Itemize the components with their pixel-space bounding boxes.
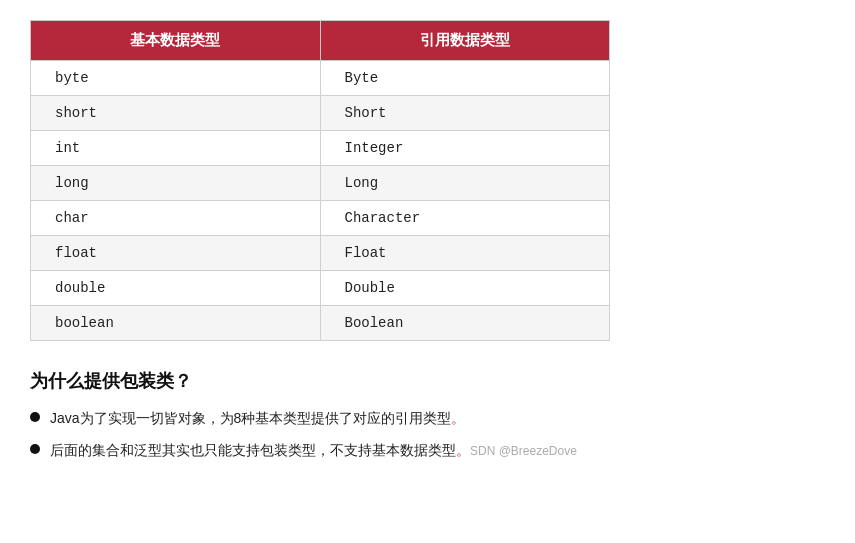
cell-basic-7: boolean [31,306,321,341]
highlight-2: 。 [456,442,470,458]
table-row: booleanBoolean [31,306,610,341]
bullet-text-1: Java为了实现一切皆对象，为8种基本类型提供了对应的引用类型。 [50,407,465,429]
cell-wrapper-4: Character [320,201,610,236]
table-row: shortShort [31,96,610,131]
table-row: byteByte [31,61,610,96]
table-row: charCharacter [31,201,610,236]
cell-basic-2: int [31,131,321,166]
cell-basic-4: char [31,201,321,236]
bullet-item-2: 后面的集合和泛型其实也只能支持包装类型，不支持基本数据类型。SDN @Breez… [30,439,825,461]
watermark: SDN @BreezeDove [470,444,577,458]
cell-wrapper-2: Integer [320,131,610,166]
cell-basic-0: byte [31,61,321,96]
col-header-wrapper: 引用数据类型 [320,21,610,61]
cell-wrapper-7: Boolean [320,306,610,341]
cell-basic-5: float [31,236,321,271]
bullet-list: Java为了实现一切皆对象，为8种基本类型提供了对应的引用类型。 后面的集合和泛… [30,407,825,462]
table-row: longLong [31,166,610,201]
bullet-dot-2 [30,444,40,454]
cell-wrapper-5: Float [320,236,610,271]
bullet-dot-1 [30,412,40,422]
data-type-table: 基本数据类型 引用数据类型 byteByteshortShortintInteg… [30,20,610,341]
cell-basic-1: short [31,96,321,131]
col-header-basic: 基本数据类型 [31,21,321,61]
cell-wrapper-6: Double [320,271,610,306]
bullet-text-2: 后面的集合和泛型其实也只能支持包装类型，不支持基本数据类型。SDN @Breez… [50,439,577,461]
table-row: intInteger [31,131,610,166]
cell-basic-6: double [31,271,321,306]
section-title: 为什么提供包装类？ [30,369,825,393]
data-type-table-wrapper: 基本数据类型 引用数据类型 byteByteshortShortintInteg… [30,20,825,341]
table-row: floatFloat [31,236,610,271]
cell-basic-3: long [31,166,321,201]
cell-wrapper-0: Byte [320,61,610,96]
bullet-item-1: Java为了实现一切皆对象，为8种基本类型提供了对应的引用类型。 [30,407,825,429]
cell-wrapper-3: Long [320,166,610,201]
cell-wrapper-1: Short [320,96,610,131]
table-row: doubleDouble [31,271,610,306]
highlight-1: 。 [451,410,465,426]
